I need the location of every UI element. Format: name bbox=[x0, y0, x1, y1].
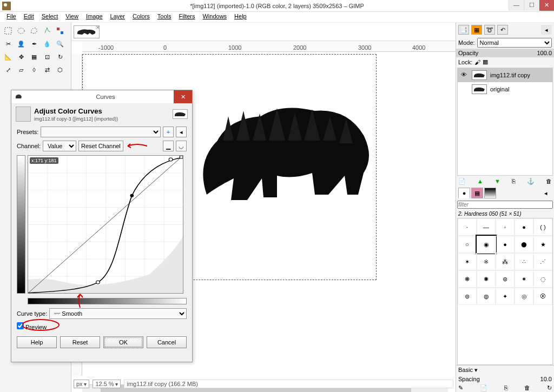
duplicate-layer-icon[interactable]: ⎘ bbox=[512, 178, 516, 184]
svg-point-25 bbox=[22, 320, 59, 330]
menu-colors[interactable]: Colors bbox=[129, 12, 153, 22]
brushes-tab-icon[interactable]: ● bbox=[458, 188, 470, 198]
brush-dup-icon[interactable]: ⎘ bbox=[504, 384, 508, 391]
tool-rect-select[interactable] bbox=[2, 25, 14, 37]
maximize-button[interactable]: ☐ bbox=[524, 0, 539, 11]
new-layer-icon[interactable]: 📄 bbox=[458, 178, 466, 184]
eye-icon[interactable]: 👁 bbox=[461, 71, 469, 79]
menu-view[interactable]: View bbox=[62, 12, 82, 22]
help-button[interactable]: Help bbox=[17, 336, 57, 348]
annotation-circle-preview bbox=[22, 318, 65, 331]
tool-perspective[interactable]: ◊ bbox=[28, 64, 40, 76]
tool-align[interactable]: ▦ bbox=[28, 51, 40, 63]
opacity-slider[interactable]: Opacity 100.0 bbox=[456, 49, 554, 57]
lock-pixels-icon[interactable]: 🖌 bbox=[474, 59, 480, 65]
brush-spacing-slider[interactable]: Spacing 10.0 bbox=[456, 375, 554, 383]
output-gradient bbox=[17, 155, 25, 294]
app-icon bbox=[2, 2, 11, 10]
minimize-button[interactable]: — bbox=[509, 0, 524, 11]
dock-tab-channels-icon[interactable]: ▦ bbox=[471, 25, 482, 35]
image-tab[interactable]: ✕ bbox=[74, 25, 100, 38]
tool-shear[interactable]: ▱ bbox=[15, 64, 27, 76]
mode-label: Mode: bbox=[458, 39, 475, 46]
input-gradient bbox=[28, 298, 187, 304]
tool-move[interactable]: ✥ bbox=[15, 51, 27, 63]
menu-select[interactable]: Select bbox=[38, 12, 62, 22]
unit-selector[interactable]: px ▾ bbox=[74, 380, 89, 388]
presets-select[interactable] bbox=[41, 127, 161, 137]
close-button[interactable]: ✕ bbox=[539, 0, 554, 11]
brush-dock-menu-icon[interactable]: ◂ bbox=[540, 188, 552, 198]
dock-tab-layers-icon[interactable]: 📑 bbox=[458, 25, 469, 35]
layer-thumb bbox=[472, 84, 487, 94]
menu-filters[interactable]: Filters bbox=[176, 12, 199, 22]
lock-alpha-icon[interactable]: ▩ bbox=[483, 58, 488, 65]
dock-menu-icon[interactable]: ◂ bbox=[541, 25, 552, 35]
brush-refresh-icon[interactable]: ↻ bbox=[547, 384, 552, 391]
menu-tools[interactable]: Tools bbox=[154, 12, 175, 22]
brush-grid[interactable]: ·—◦●( ) ○◉●●★ ✶※⁂∴⋰ ❋✺⊛⁕◌ ⊚◍✦◎⦿ bbox=[457, 218, 553, 365]
canvas-image bbox=[196, 87, 374, 222]
menu-image[interactable]: Image bbox=[83, 12, 106, 22]
channel-label: Channel: bbox=[17, 143, 41, 149]
tool-paths[interactable]: ✒ bbox=[28, 38, 40, 50]
tool-ellipse-select[interactable] bbox=[15, 25, 27, 37]
raise-layer-icon[interactable]: ▲ bbox=[477, 178, 483, 184]
svg-point-22 bbox=[130, 194, 134, 197]
anchor-layer-icon[interactable]: ⚓ bbox=[527, 178, 535, 184]
brush-preset-select[interactable]: Basic ▾ bbox=[456, 365, 554, 375]
tool-zoom[interactable]: 🔍 bbox=[54, 38, 66, 50]
tab-close-icon[interactable]: ✕ bbox=[96, 25, 100, 30]
window-titlebar: *[img112] (imported)-1.0 (RGB color, 2 l… bbox=[0, 0, 554, 12]
menu-edit[interactable]: Edit bbox=[21, 12, 37, 22]
histogram-linear-icon[interactable]: ▁ bbox=[163, 141, 174, 151]
curves-graph[interactable] bbox=[28, 155, 183, 294]
brush-edit-icon[interactable]: ✎ bbox=[458, 384, 463, 391]
menu-layer[interactable]: Layer bbox=[107, 12, 129, 22]
ok-button[interactable]: OK bbox=[103, 336, 143, 348]
channel-select[interactable]: Value bbox=[43, 141, 76, 151]
layer-item[interactable]: original bbox=[458, 82, 552, 96]
delete-layer-icon[interactable]: 🗑 bbox=[546, 178, 552, 184]
tool-by-color[interactable] bbox=[54, 25, 66, 37]
patterns-tab-icon[interactable]: ▦ bbox=[471, 188, 483, 198]
tool-color-picker[interactable]: 💧 bbox=[41, 38, 53, 50]
gradients-tab-icon[interactable] bbox=[484, 188, 496, 198]
lower-layer-icon[interactable]: ▼ bbox=[494, 178, 500, 184]
layer-item[interactable]: 👁 img112.tif copy bbox=[458, 68, 552, 82]
curve-type-select[interactable]: 〰 Smooth bbox=[49, 308, 187, 319]
brush-del-icon[interactable]: 🗑 bbox=[524, 384, 530, 391]
tool-free-select[interactable] bbox=[28, 25, 40, 37]
tool-cage[interactable]: ⬡ bbox=[54, 64, 66, 76]
image-tabs: ✕ bbox=[71, 23, 456, 41]
preset-menu-icon[interactable]: ◂ bbox=[176, 127, 187, 137]
eye-icon[interactable] bbox=[461, 85, 469, 93]
brush-new-icon[interactable]: 📄 bbox=[480, 384, 487, 391]
mode-select[interactable]: Normal bbox=[477, 38, 552, 48]
tool-rotate[interactable]: ↻ bbox=[54, 51, 66, 63]
menu-windows[interactable]: Windows bbox=[199, 12, 230, 22]
reset-button[interactable]: Reset bbox=[60, 336, 100, 348]
presets-label: Presets: bbox=[17, 129, 38, 135]
dock-tab-undo-icon[interactable]: ↶ bbox=[497, 25, 508, 35]
tool-measure[interactable]: 📐 bbox=[2, 51, 14, 63]
svg-rect-5 bbox=[61, 31, 63, 34]
annotation-arrow-reset bbox=[126, 141, 148, 151]
menu-file[interactable]: File bbox=[3, 12, 19, 22]
tool-fuzzy-select[interactable] bbox=[41, 25, 53, 37]
reset-channel-button[interactable]: Reset Channel bbox=[78, 141, 123, 151]
histogram-log-icon[interactable]: ◡ bbox=[176, 141, 187, 151]
tool-scale[interactable]: ⤢ bbox=[2, 64, 14, 76]
tool-foreground[interactable]: 👤 bbox=[15, 38, 27, 50]
tool-crop[interactable]: ⊡ bbox=[41, 51, 53, 63]
cancel-button[interactable]: Cancel bbox=[147, 336, 187, 348]
tool-scissors[interactable]: ✂ bbox=[2, 38, 14, 50]
menu-help[interactable]: Help bbox=[231, 12, 250, 22]
menubar: File Edit Select View Image Layer Colors… bbox=[0, 12, 554, 23]
brush-filter-input[interactable] bbox=[457, 201, 553, 209]
dock-tab-paths-icon[interactable]: ➰ bbox=[484, 25, 495, 35]
add-preset-icon[interactable]: + bbox=[163, 127, 174, 137]
tool-flip[interactable]: ⇄ bbox=[41, 64, 53, 76]
zoom-selector[interactable]: 12.5 % ▾ bbox=[93, 380, 121, 388]
dialog-close-button[interactable]: ✕ bbox=[174, 90, 192, 103]
